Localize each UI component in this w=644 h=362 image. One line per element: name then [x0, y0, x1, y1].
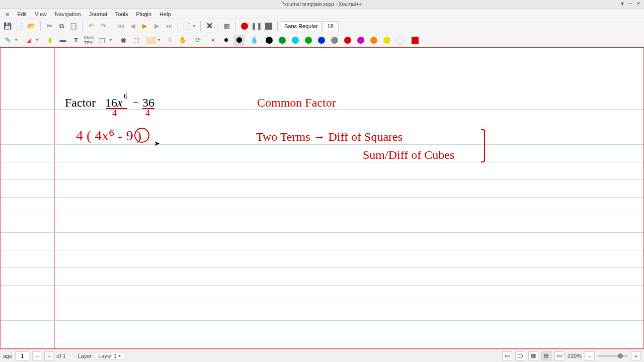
- image-tool-icon[interactable]: ▬: [57, 35, 68, 46]
- view-mode-3-icon[interactable]: ▦: [528, 351, 538, 360]
- prev-page-icon[interactable]: ◀: [127, 21, 138, 32]
- next-page-icon[interactable]: ▶: [151, 21, 163, 32]
- copy-icon[interactable]: ⧉: [56, 21, 67, 32]
- record-icon[interactable]: [239, 21, 250, 32]
- page-down-button[interactable]: −: [32, 351, 41, 360]
- eraser-tool-icon[interactable]: ◢: [23, 35, 34, 46]
- view-mode-2-icon[interactable]: 🖵: [515, 351, 525, 360]
- font-size-input[interactable]: [323, 21, 339, 31]
- page-of: of 1: [56, 353, 65, 359]
- color-orange[interactable]: [368, 35, 379, 46]
- color-yellow[interactable]: [381, 35, 392, 46]
- menu-plugin[interactable]: Plugin: [132, 10, 156, 18]
- medium-dot-icon[interactable]: [220, 35, 231, 46]
- chevron-down-icon: ▾: [119, 353, 121, 358]
- color-green[interactable]: [277, 35, 288, 46]
- view-mode-4-icon[interactable]: ⊞: [541, 351, 551, 360]
- dropper-icon[interactable]: 💧: [249, 35, 260, 46]
- minimize-icon[interactable]: ▾: [619, 0, 626, 7]
- first-page-icon[interactable]: ⏮: [115, 21, 126, 32]
- pause-icon[interactable]: ❚❚: [251, 21, 262, 32]
- layer-label: Layer: [78, 353, 92, 359]
- last-page-icon[interactable]: ⏭: [164, 21, 175, 32]
- menu-navigation[interactable]: Navigation: [51, 10, 85, 18]
- zoom-out-button[interactable]: −: [585, 351, 595, 360]
- page-up-button[interactable]: +: [44, 351, 53, 360]
- div-4a: 4: [112, 108, 117, 119]
- color-white[interactable]: [394, 35, 406, 46]
- note-common-factor: Common Factor: [257, 96, 336, 110]
- reload-icon[interactable]: ⟳: [192, 35, 203, 46]
- shape-drop[interactable]: ▾: [110, 38, 114, 42]
- menu-journal[interactable]: Journal: [85, 10, 111, 18]
- fill-icon[interactable]: [146, 37, 156, 44]
- current-color-icon[interactable]: [410, 35, 421, 46]
- save-icon[interactable]: 💾: [2, 21, 13, 32]
- hand-tool-icon[interactable]: ✋: [177, 35, 188, 46]
- view-mode-5-icon[interactable]: ▭: [554, 351, 565, 360]
- title-bar: *xournal-template.xopp - Xournal++ ▾ – ×: [0, 0, 644, 9]
- toolbar-tools: ✎ ▾ ◢ ▾ ▮ ▬ T MathTEX ▢ ▾ ◉ ⬚ ▾ ⇳ ✋ ⟳ 💧: [0, 33, 644, 47]
- canvas[interactable]: Factor 16 x 6 − 36 4 4 4 ( 4x⁶ - 9 ) ➤ C…: [0, 47, 644, 349]
- undo-icon[interactable]: ↶: [86, 21, 97, 32]
- zoom-in-button[interactable]: +: [631, 351, 641, 360]
- expr-36: 36: [142, 96, 154, 110]
- paste-icon[interactable]: 📋: [68, 21, 79, 32]
- shape-tool-icon[interactable]: ▢: [97, 35, 108, 46]
- pen-tool-icon[interactable]: ✎: [2, 35, 13, 46]
- expr-x: x: [117, 96, 123, 110]
- vertical-space-icon[interactable]: ⇳: [164, 35, 175, 46]
- layer-selector[interactable]: Layer 1 ▾: [95, 352, 124, 360]
- note-two-terms: Two Terms → Diff of Squares: [256, 130, 403, 144]
- select-object-icon[interactable]: ⬚: [131, 35, 142, 46]
- new-icon[interactable]: 📄: [14, 21, 25, 32]
- menu-help[interactable]: Help: [155, 10, 175, 18]
- zoom-value: 220%: [568, 353, 582, 359]
- color-cyan[interactable]: [290, 35, 301, 46]
- pen-drop[interactable]: ▾: [15, 38, 19, 42]
- select-region-icon[interactable]: ◉: [118, 35, 129, 46]
- eraser-drop[interactable]: ▾: [36, 38, 40, 42]
- close-icon[interactable]: ×: [635, 0, 642, 7]
- expr-exp: 6: [124, 92, 128, 101]
- stop-icon[interactable]: [263, 21, 274, 32]
- thick-dot-icon[interactable]: [233, 35, 245, 46]
- font-selector[interactable]: Sans Regular: [281, 21, 321, 31]
- page-input[interactable]: [15, 351, 29, 360]
- color-gray[interactable]: [329, 35, 340, 46]
- menu-edit[interactable]: Edit: [13, 10, 31, 18]
- goto-page-icon[interactable]: ▶: [139, 21, 150, 32]
- layout-icon[interactable]: ▦: [221, 21, 232, 32]
- redo-icon[interactable]: ↷: [98, 21, 109, 32]
- fill-drop[interactable]: ▾: [158, 38, 162, 42]
- color-magenta[interactable]: [355, 35, 366, 46]
- mouse-cursor-icon: ➤: [154, 139, 160, 147]
- menu-view[interactable]: View: [31, 10, 51, 18]
- expr-16: 16: [105, 96, 117, 110]
- color-lime[interactable]: [303, 35, 314, 46]
- cut-icon[interactable]: ✂: [44, 21, 55, 32]
- menu-bar: e Edit View Navigation Journal Tools Plu…: [0, 9, 644, 19]
- bracket-annotation: [481, 129, 485, 162]
- menu-tools[interactable]: Tools: [111, 10, 132, 18]
- menu-file[interactable]: e: [2, 10, 13, 18]
- zoom-slider[interactable]: [598, 355, 628, 357]
- color-red[interactable]: [342, 35, 353, 46]
- window-title: *xournal-template.xopp - Xournal++: [282, 2, 362, 7]
- factored-line: 4 ( 4x⁶ - 9 ): [76, 127, 141, 144]
- tex-tool-icon[interactable]: MathTEX: [84, 35, 95, 46]
- color-black[interactable]: [264, 35, 275, 46]
- delete-page-icon[interactable]: 🗙: [204, 21, 215, 32]
- thin-dot-icon[interactable]: [207, 35, 218, 46]
- page-label: age: [3, 353, 12, 359]
- color-blue[interactable]: [316, 35, 327, 46]
- text-tool-icon[interactable]: T: [70, 35, 82, 46]
- layer-value: Layer 1: [98, 353, 117, 359]
- status-bar: age − + of 1 Layer Layer 1 ▾ ▭ 🖵 ▦ ⊞ ▭ 2…: [0, 349, 644, 362]
- highlighter-icon[interactable]: ▮: [44, 35, 55, 46]
- maximize-icon[interactable]: –: [627, 0, 634, 7]
- open-icon[interactable]: 📂: [26, 21, 37, 32]
- page-menu-icon[interactable]: 📄: [181, 21, 192, 32]
- view-mode-1-icon[interactable]: ▭: [502, 351, 512, 360]
- page-menu-drop[interactable]: ▾: [193, 24, 197, 28]
